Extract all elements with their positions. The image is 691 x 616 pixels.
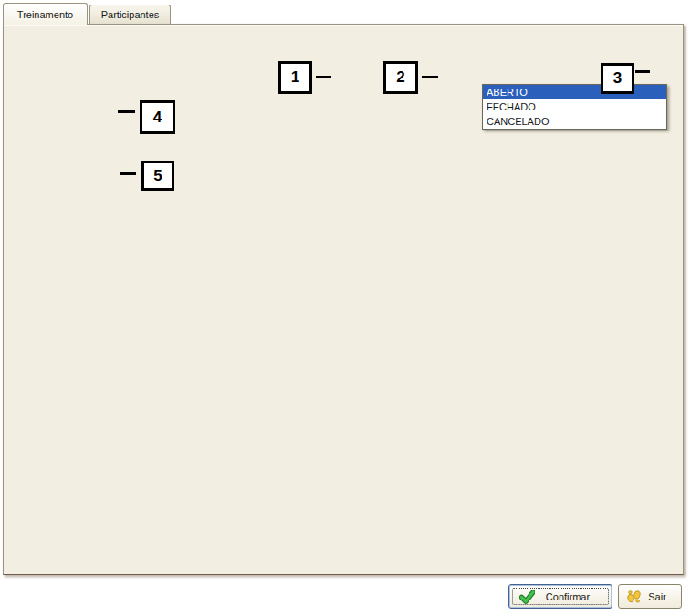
sair-button[interactable]: Sair (618, 584, 682, 609)
footprints-icon (626, 590, 642, 604)
tab-participantes-label: Participantes (101, 9, 160, 20)
tab-treinamento[interactable]: Treinamento (3, 3, 88, 25)
callout-3: 3 (601, 63, 634, 94)
dropdown-option-aberto[interactable]: ABERTO (483, 85, 666, 99)
situacao-dropdown-list: ABERTO FECHADO CANCELADO (482, 84, 667, 130)
checkmark-icon (519, 590, 535, 604)
dropdown-option-cancelado[interactable]: CANCELADO (483, 114, 666, 129)
callout-5-dash (120, 172, 136, 175)
confirmar-button[interactable]: Confirmar (508, 584, 612, 609)
tab-participantes[interactable]: Participantes (89, 5, 171, 24)
callout-4-dash (118, 110, 135, 113)
app-window: Treinamento Participantes Dados Código D… (0, 0, 691, 616)
callout-5: 5 (141, 161, 174, 191)
tab-treinamento-label: Treinamento (17, 9, 73, 20)
callout-4: 4 (140, 100, 175, 134)
callout-3-dash (635, 70, 650, 73)
dropdown-option-fechado[interactable]: FECHADO (483, 99, 666, 114)
callout-2-dash (422, 76, 438, 78)
callout-2: 2 (383, 61, 418, 94)
callout-1: 1 (278, 61, 312, 94)
callout-1-dash (316, 76, 331, 78)
